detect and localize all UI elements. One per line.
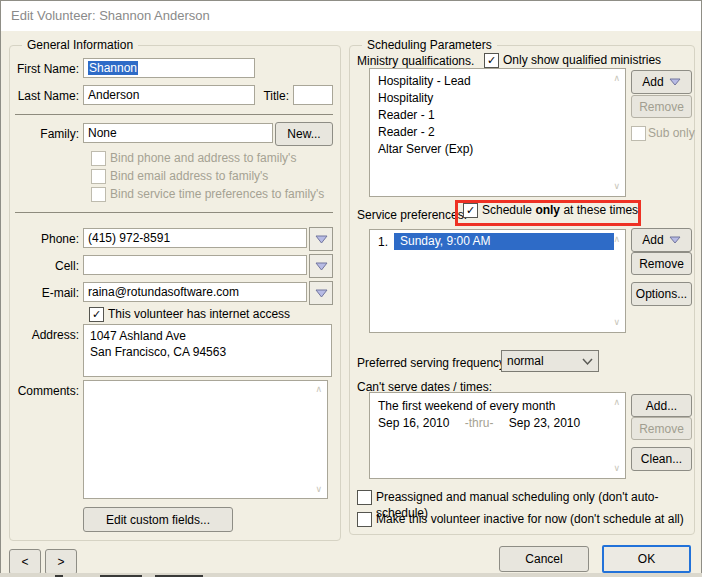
edit-volunteer-dialog: Edit Volunteer: Shannon Anderson General…: [0, 0, 702, 574]
schedule-only-checkbox[interactable]: ✓: [463, 203, 478, 218]
service-pref-number: 1.: [378, 234, 388, 251]
ministry-remove-button[interactable]: Remove: [631, 95, 692, 118]
internet-access-checkbox[interactable]: ✓: [89, 307, 104, 322]
check-icon: ✓: [487, 55, 496, 66]
service-pref-add-button[interactable]: Add: [631, 228, 692, 252]
list-item[interactable]: Sep 16, 2010 -thru- Sep 23, 2010: [370, 415, 580, 432]
service-pref-remove-button[interactable]: Remove: [631, 252, 692, 275]
cell-input[interactable]: [83, 255, 307, 275]
scroll-up-icon[interactable]: ∧: [315, 385, 322, 394]
new-family-button[interactable]: New...: [275, 122, 333, 146]
preassigned-only-checkbox[interactable]: [357, 490, 372, 505]
address-line1: 1047 Ashland Ave: [90, 328, 325, 344]
title-bar: Edit Volunteer: Shannon Anderson: [1, 1, 701, 31]
phone-dropdown-button[interactable]: [309, 227, 333, 251]
dialog-title: Edit Volunteer: Shannon Anderson: [11, 8, 210, 23]
bind-phone-address-checkbox[interactable]: [91, 151, 106, 166]
bind-phone-address-label: Bind phone and address to family's: [110, 150, 296, 166]
schedule-only-bold: only: [535, 203, 560, 217]
comments-input[interactable]: ∧ ∨: [83, 380, 328, 499]
cant-serve-clean-button[interactable]: Clean...: [631, 447, 692, 471]
scheduling-parameters-group-label: Scheduling Parameters: [362, 38, 497, 53]
cell-label: Cell:: [1, 256, 79, 276]
ministry-qualifications-list[interactable]: Hospitality - Lead Hospitality Reader - …: [369, 68, 626, 197]
scroll-down-icon[interactable]: ∨: [613, 318, 620, 327]
scroll-down-icon[interactable]: ∨: [613, 182, 620, 191]
ok-button[interactable]: OK: [602, 545, 691, 573]
family-input[interactable]: None: [83, 123, 273, 143]
phone-input[interactable]: (415) 972-8591: [83, 228, 307, 248]
bind-email-checkbox[interactable]: [91, 169, 106, 184]
dropdown-triangle-icon: [315, 289, 328, 298]
list-item[interactable]: Reader - 2: [370, 124, 625, 141]
edit-custom-fields-button[interactable]: Edit custom fields...: [83, 507, 233, 532]
separator: [15, 212, 333, 213]
list-item[interactable]: The first weekend of every month: [370, 398, 555, 415]
cant-serve-list[interactable]: The first weekend of every month Sep 16,…: [369, 392, 626, 479]
first-name-label: First Name:: [1, 59, 79, 79]
title-label: Title:: [255, 86, 289, 106]
first-name-value: Shannon: [88, 61, 138, 75]
cell-dropdown-button[interactable]: [309, 254, 333, 278]
check-icon: ✓: [466, 205, 475, 216]
title-input[interactable]: [293, 85, 333, 105]
general-information-group-label: General Information: [22, 38, 138, 53]
address-label: Address:: [1, 325, 79, 345]
cant-serve-add-button[interactable]: Add...: [631, 394, 692, 417]
family-value: None: [88, 126, 117, 140]
only-show-qualified-label: Only show qualified ministries: [503, 52, 661, 68]
schedule-only-prefix: Schedule: [482, 203, 535, 217]
service-pref-add-label: Add: [642, 233, 663, 247]
chevron-down-icon: [582, 358, 593, 366]
sub-only-checkbox[interactable]: [631, 126, 646, 141]
ministry-add-label: Add: [642, 75, 663, 89]
ministry-qualifications-label: Ministry qualifications.: [357, 53, 474, 69]
address-line2: San Francisco, CA 94563: [90, 344, 325, 360]
service-pref-selected-item[interactable]: Sunday, 9:00 AM: [394, 233, 614, 250]
list-item[interactable]: Reader - 1: [370, 107, 625, 124]
serving-frequency-label: Preferred serving frequency:: [357, 353, 508, 373]
address-input[interactable]: 1047 Ashland Ave San Francisco, CA 94563: [83, 324, 332, 377]
inactive-label: Make this volunteer inactive for now (do…: [376, 511, 684, 527]
service-pref-options-button[interactable]: Options...: [631, 282, 692, 306]
email-input[interactable]: raina@rotundasoftware.com: [83, 282, 307, 302]
service-preferences-label: Service preferences.: [357, 207, 467, 223]
cant-serve-thru: -thru-: [465, 416, 494, 430]
scroll-up-icon[interactable]: ∧: [613, 74, 620, 83]
dropdown-triangle-icon: [315, 262, 328, 271]
scroll-up-icon[interactable]: ∧: [613, 398, 620, 407]
last-name-input[interactable]: Anderson: [83, 85, 255, 105]
background-window-sliver: [0, 573, 702, 577]
cancel-button[interactable]: Cancel: [499, 546, 589, 572]
dropdown-triangle-icon: [669, 78, 681, 86]
last-name-value: Anderson: [88, 88, 139, 102]
scroll-down-icon[interactable]: ∨: [613, 464, 620, 473]
dropdown-triangle-icon: [669, 236, 681, 244]
cant-serve-remove-button[interactable]: Remove: [631, 417, 692, 440]
comments-label: Comments:: [1, 381, 79, 401]
ministry-add-button[interactable]: Add: [631, 70, 692, 94]
bind-service-times-checkbox[interactable]: [91, 187, 106, 202]
list-item[interactable]: Altar Server (Exp): [370, 141, 625, 158]
list-item[interactable]: Hospitality: [370, 90, 625, 107]
check-icon: ✓: [92, 309, 101, 320]
previous-volunteer-button[interactable]: <: [9, 549, 41, 575]
first-name-input[interactable]: Shannon: [83, 58, 255, 78]
scroll-up-icon[interactable]: ∧: [613, 235, 620, 244]
scroll-down-icon[interactable]: ∨: [315, 485, 322, 494]
separator: [15, 114, 333, 115]
only-show-qualified-checkbox[interactable]: ✓: [484, 53, 499, 68]
last-name-label: Last Name:: [1, 86, 79, 106]
cant-serve-date-start: Sep 16, 2010: [378, 416, 449, 430]
list-item[interactable]: Hospitality - Lead: [370, 73, 625, 90]
dropdown-triangle-icon: [315, 235, 328, 244]
next-volunteer-button[interactable]: >: [45, 549, 77, 575]
screen: Edit Volunteer: Shannon Anderson General…: [0, 0, 702, 577]
email-dropdown-button[interactable]: [309, 281, 333, 305]
inactive-checkbox[interactable]: [357, 512, 372, 527]
schedule-only-label: Schedule only at these times: [482, 202, 638, 218]
bind-email-label: Bind email address to family's: [110, 168, 268, 184]
schedule-only-suffix: at these times: [560, 203, 638, 217]
service-preferences-list[interactable]: 1. Sunday, 9:00 AM ∧ ∨: [369, 229, 626, 333]
serving-frequency-select[interactable]: normal: [501, 350, 599, 372]
